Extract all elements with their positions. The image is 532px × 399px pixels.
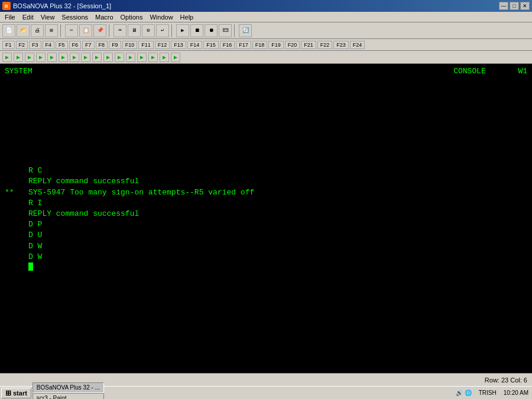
- terminal-line: REPLY command successful: [5, 176, 527, 187]
- terminal-text: R I: [28, 198, 42, 209]
- fkey-f4[interactable]: F4: [43, 41, 55, 49]
- menu-item-help[interactable]: Help: [177, 13, 197, 21]
- tb-btn15[interactable]: 📼: [219, 24, 232, 37]
- macro-m2[interactable]: ▶: [14, 53, 23, 62]
- taskbar-item[interactable]: BOSaNOVA Plus 32 - ...: [33, 382, 104, 393]
- terminal-text: D W: [28, 241, 42, 252]
- fkey-f21[interactable]: F21: [301, 41, 316, 49]
- fkey-f16[interactable]: F16: [220, 41, 235, 49]
- fkey-f22[interactable]: F22: [317, 41, 333, 49]
- fkey-f3[interactable]: F3: [29, 41, 41, 49]
- macro-m12[interactable]: ▶: [126, 53, 135, 62]
- macro-m3[interactable]: ▶: [25, 53, 34, 62]
- menu-item-options[interactable]: Options: [117, 13, 147, 21]
- terminal-text: D W: [28, 252, 42, 262]
- terminal-line: D P: [5, 219, 527, 230]
- fkey-f8[interactable]: F8: [96, 41, 108, 49]
- menu-item-sessions[interactable]: Sessions: [58, 13, 92, 21]
- fkey-f23[interactable]: F23: [333, 41, 349, 49]
- macro-m1[interactable]: ▶: [2, 53, 12, 62]
- system-label: SYSTEM: [5, 66, 33, 77]
- macro-m14[interactable]: ▶: [148, 53, 158, 62]
- start-icon: ⊞: [5, 389, 11, 397]
- fkey-f6[interactable]: F6: [69, 41, 82, 49]
- fkey-f20[interactable]: F20: [285, 41, 300, 49]
- tb-btn13[interactable]: ⏹: [190, 24, 203, 37]
- terminal-content: R CREPLY command successful**SYS-5947 To…: [5, 166, 527, 271]
- title-bar-buttons: — □ ✕: [499, 2, 530, 10]
- terminal-text: SYS-5947 Too many sign-on attempts--R5 v…: [28, 187, 254, 198]
- tb-btn4[interactable]: ⊞: [45, 24, 58, 37]
- fkey-f13[interactable]: F13: [171, 41, 186, 49]
- terminal-line: D U: [5, 230, 527, 241]
- menu-item-file[interactable]: File: [1, 13, 19, 21]
- tb-btn8[interactable]: ⌨: [113, 24, 126, 37]
- start-label: start: [13, 390, 27, 397]
- tb-btn5[interactable]: ✂: [65, 24, 78, 37]
- title-bar-left: B BOSaNOVA Plus 32 - [Session_1]: [2, 2, 111, 10]
- macro-m7[interactable]: ▶: [70, 53, 79, 62]
- close-button[interactable]: ✕: [520, 2, 530, 10]
- terminal-text: R C: [28, 166, 42, 176]
- macro-m8[interactable]: ▶: [81, 53, 90, 62]
- fkey-f24[interactable]: F24: [350, 41, 365, 49]
- tb-btn10[interactable]: ⚙: [142, 24, 155, 37]
- terminal-text: REPLY command successful: [28, 176, 139, 187]
- minimize-button[interactable]: —: [499, 2, 508, 10]
- taskbar-item[interactable]: scr3 - Paint: [33, 393, 104, 400]
- fkey-f14[interactable]: F14: [187, 41, 203, 49]
- tb-btn6[interactable]: 📋: [79, 24, 92, 37]
- macro-m15[interactable]: ▶: [160, 53, 169, 62]
- fkey-f19[interactable]: F19: [268, 41, 284, 49]
- terminal-text: D P: [28, 219, 42, 230]
- tb-btn11[interactable]: ↩: [156, 24, 169, 37]
- menu-item-edit[interactable]: Edit: [19, 13, 37, 21]
- terminal-line: D W: [5, 241, 527, 252]
- fkey-f11[interactable]: F11: [138, 41, 154, 49]
- fkey-f18[interactable]: F18: [252, 41, 268, 49]
- systray-user: TRISH: [476, 390, 499, 396]
- terminal-line: REPLY command successful: [5, 209, 527, 219]
- console-label: CONSOLE: [453, 67, 486, 76]
- fkey-f10[interactable]: F10: [122, 41, 138, 49]
- fkey-f1[interactable]: F1: [2, 41, 15, 49]
- maximize-button[interactable]: □: [510, 2, 519, 10]
- macro-m4[interactable]: ▶: [36, 53, 46, 62]
- fkey-f7[interactable]: F7: [82, 41, 95, 49]
- fkey-f15[interactable]: F15: [203, 41, 219, 49]
- terminal-text: D U: [28, 230, 42, 241]
- fkey-f9[interactable]: F9: [109, 41, 121, 49]
- macro-m6[interactable]: ▶: [59, 53, 68, 62]
- terminal-cursor: [28, 262, 33, 271]
- tb-btn14[interactable]: ⏺: [205, 24, 218, 37]
- systray-time: 10:20 AM: [501, 390, 531, 396]
- menu-item-macro[interactable]: Macro: [92, 13, 117, 21]
- taskbar-items: BOSaNOVA Plus 32 - ...scr3 - Paint: [33, 382, 104, 400]
- fkey-f5[interactable]: F5: [56, 41, 68, 49]
- macro-m16[interactable]: ▶: [171, 53, 180, 62]
- menu-item-window[interactable]: Window: [146, 13, 176, 21]
- macro-m9[interactable]: ▶: [92, 53, 102, 62]
- tb-print[interactable]: 🖨: [31, 24, 44, 37]
- tb-btn16[interactable]: 🔄: [239, 24, 252, 37]
- macro-m11[interactable]: ▶: [115, 53, 124, 62]
- terminal[interactable]: SYSTEM CONSOLE W1 R CREPLY command succe…: [0, 64, 532, 373]
- fkey-f12[interactable]: F12: [155, 41, 170, 49]
- terminal-line: [5, 262, 527, 271]
- start-button[interactable]: ⊞ start: [1, 388, 31, 398]
- tb-open[interactable]: 📂: [17, 24, 30, 37]
- macro-m5[interactable]: ▶: [47, 53, 57, 62]
- tb-btn9[interactable]: 🖥: [128, 24, 141, 37]
- tb-btn7[interactable]: 📌: [93, 24, 106, 37]
- fkey-toolbar: F1F2F3F4F5F6F7F8F9F10F11F12F13F14F15F16F…: [0, 39, 532, 51]
- menu-item-view[interactable]: View: [37, 13, 59, 21]
- terminal-text: REPLY command successful: [28, 209, 139, 219]
- fkey-f17[interactable]: F17: [236, 41, 251, 49]
- tb-new[interactable]: 📄: [2, 24, 15, 37]
- macro-m10[interactable]: ▶: [103, 53, 113, 62]
- terminal-header: SYSTEM CONSOLE W1: [5, 66, 527, 77]
- macro-toolbar: ▶▶▶▶▶▶▶▶▶▶▶▶▶▶▶▶: [0, 51, 532, 64]
- fkey-f2[interactable]: F2: [16, 41, 28, 49]
- tb-btn12[interactable]: ▶: [176, 24, 189, 37]
- macro-m13[interactable]: ▶: [137, 53, 147, 62]
